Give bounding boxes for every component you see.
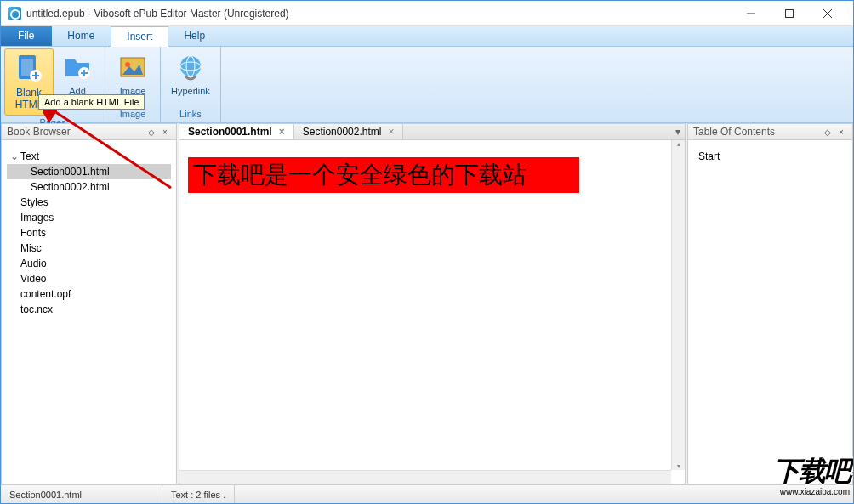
toc-body: Start [687, 140, 853, 484]
watermark-text: 下载吧 [773, 453, 850, 490]
toc-header: Table Of Contents ◇ × [687, 123, 853, 140]
minimize-button[interactable] [732, 2, 770, 25]
toc-title: Table Of Contents [693, 126, 775, 138]
menu-home[interactable]: Home [52, 26, 111, 46]
folder-add-icon [60, 52, 94, 84]
statusbar: Section0001.html Text : 2 files . [1, 484, 853, 503]
close-button[interactable] [808, 2, 846, 25]
maximize-button[interactable] [770, 2, 808, 25]
watermark: 下载吧 www.xiazaiba.com [773, 453, 850, 496]
book-browser-header: Book Browser ◇ × [1, 123, 177, 140]
horizontal-scrollbar[interactable] [179, 470, 671, 484]
editor-tabs: Section0001.html × Section0002.html × ▾ [179, 123, 686, 140]
book-browser-tree: Text Section0001.html Section0002.html S… [1, 140, 177, 484]
tree-item-contentopf[interactable]: content.opf [7, 286, 171, 302]
ribbon-group-image: Image Image [105, 47, 161, 122]
svg-point-14 [180, 56, 201, 76]
editor-area: Section0001.html × Section0002.html × ▾ … [179, 123, 686, 484]
book-browser-panel: Book Browser ◇ × Text Section0001.html S… [1, 123, 177, 484]
tab-label: Section0001.html [188, 126, 272, 138]
svg-rect-1 [785, 9, 793, 17]
tab-section1[interactable]: Section0001.html × [179, 124, 294, 139]
app-icon [8, 7, 21, 20]
status-info: Text : 2 files . [162, 485, 235, 503]
tab-close-icon[interactable]: × [279, 126, 285, 138]
tab-close-icon[interactable]: × [388, 126, 394, 138]
ribbon-group-pages: Blank HTML Add Pages [1, 47, 105, 122]
vertical-scrollbar[interactable] [671, 140, 685, 470]
tree-item-tocncx[interactable]: toc.ncx [7, 302, 171, 317]
hyperlink-label: Hyperlink [171, 86, 210, 97]
tree-item-fonts[interactable]: Fonts [7, 225, 171, 241]
tree-item-audio[interactable]: Audio [7, 256, 171, 271]
hyperlink-button[interactable]: Hyperlink [164, 48, 217, 107]
panel-close-icon[interactable]: × [835, 126, 847, 138]
menu-help[interactable]: Help [168, 26, 221, 46]
panel-float-icon[interactable]: ◇ [822, 126, 834, 138]
panel-float-icon[interactable]: ◇ [145, 126, 157, 138]
menubar: File Home Insert Help [1, 26, 853, 47]
svg-point-13 [125, 62, 130, 67]
menu-file[interactable]: File [1, 26, 52, 46]
menu-insert[interactable]: Insert [111, 26, 168, 47]
tree-item-images[interactable]: Images [7, 210, 171, 225]
ribbon: Blank HTML Add Pages Image Image [1, 47, 853, 123]
panel-close-icon[interactable]: × [159, 126, 171, 138]
tree-text-root[interactable]: Text [7, 149, 171, 164]
tree-item-section1[interactable]: Section0001.html [7, 164, 171, 179]
tooltip: Add a blank HTML File [38, 94, 145, 110]
tab-label: Section0002.html [303, 126, 382, 138]
titlebar: untitled.epub - Vibosoft ePub Editor Mas… [1, 1, 853, 26]
image-icon [116, 52, 150, 84]
tab-section2[interactable]: Section0002.html × [294, 124, 404, 139]
document-icon [12, 53, 46, 85]
tree-item-section2[interactable]: Section0002.html [7, 179, 171, 195]
watermark-url: www.xiazaiba.com [773, 487, 850, 496]
window-title: untitled.epub - Vibosoft ePub Editor Mas… [26, 8, 732, 20]
editor-content[interactable]: 下载吧是一个安全绿色的下载站 [179, 140, 686, 484]
tree-item-video[interactable]: Video [7, 271, 171, 286]
tabs-dropdown-icon[interactable]: ▾ [671, 124, 685, 139]
toc-item-start[interactable]: Start [695, 149, 845, 164]
ribbon-group-links: Hyperlink Links [161, 47, 221, 122]
main-area: Book Browser ◇ × Text Section0001.html S… [1, 123, 853, 484]
links-group-label: Links [164, 107, 217, 121]
tree-item-styles[interactable]: Styles [7, 195, 171, 210]
book-browser-title: Book Browser [7, 126, 71, 138]
globe-icon [174, 52, 208, 84]
tree-item-misc[interactable]: Misc [7, 241, 171, 256]
content-banner: 下载吧是一个安全绿色的下载站 [188, 157, 579, 193]
toc-panel: Table Of Contents ◇ × Start [687, 123, 853, 484]
status-file: Section0001.html [1, 485, 162, 503]
